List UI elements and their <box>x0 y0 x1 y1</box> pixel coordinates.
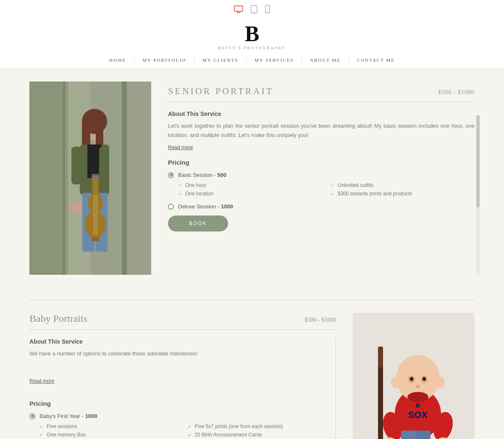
nav-home[interactable]: HOME <box>102 58 134 63</box>
baby-title-row: Baby Portraits $500 - $1000 <box>29 313 336 330</box>
baby-feature-five-sessions: ✓ Five sessions <box>39 423 179 429</box>
svg-rect-51 <box>401 431 416 439</box>
desktop-icon[interactable] <box>234 5 243 15</box>
logo-area: B BETSY'S PHOTOGRAPHY <box>0 19 504 52</box>
check-icon-2: ✓ <box>331 183 334 188</box>
baby-portrait-image: SOX B <box>353 313 475 439</box>
nav-clients[interactable]: MY CLIENTS <box>195 58 246 63</box>
senior-portrait-image <box>29 81 151 275</box>
main-content: SENIOR PORTRAIT $500 - $1000 About This … <box>21 69 483 439</box>
svg-point-4 <box>254 12 255 13</box>
svg-point-43 <box>415 385 420 388</box>
svg-rect-11 <box>122 81 127 275</box>
nav-portfolio[interactable]: MY PORTFOLIO <box>135 58 194 63</box>
deluxe-session-option[interactable]: Deluxe Session - 1000 <box>168 203 475 210</box>
baby-about-text: We have a number of options to celebrate… <box>29 349 327 358</box>
tablet-icon[interactable] <box>251 5 257 16</box>
logo-letter: B <box>245 23 260 45</box>
svg-rect-8 <box>29 81 63 275</box>
logo-subtitle: BETSY'S PHOTOGRAPHY <box>218 46 286 50</box>
basic-radio[interactable] <box>168 172 174 178</box>
check-icon-b1: ✓ <box>39 424 43 429</box>
svg-point-41 <box>391 376 401 388</box>
scrollbar-thumb[interactable] <box>476 115 480 208</box>
nav-contact[interactable]: CONTACT ME <box>349 58 402 63</box>
check-icon-1: ✓ <box>178 183 182 188</box>
section-divider <box>29 300 475 300</box>
baby-feature-prints: ✓ Five 5x7 prints (one from each session… <box>188 423 328 429</box>
senior-title-row: SENIOR PORTRAIT $500 - $1000 <box>168 86 475 102</box>
senior-price: $500 - $1000 <box>438 89 475 96</box>
feature-unlimited-outfits: ✓ Unlimited outfits <box>331 182 475 188</box>
check-icon-b4: ✓ <box>188 432 192 438</box>
svg-rect-0 <box>234 6 243 11</box>
senior-about-text: Let's work together to plan the senior p… <box>168 121 475 140</box>
nav-services[interactable]: MY SERVICES <box>247 58 301 63</box>
baby-features-grid: ✓ Five sessions ✓ Five 5x7 prints (one f… <box>39 423 327 438</box>
svg-text:B: B <box>416 402 420 409</box>
feature-one-location: ✓ One location <box>178 191 322 197</box>
svg-point-40 <box>423 377 426 381</box>
deluxe-session-label: Deluxe Session - 1000 <box>178 203 233 210</box>
basic-session-label: Basic Session - 500 <box>178 172 226 178</box>
svg-rect-52 <box>416 431 430 439</box>
senior-portrait-details: SENIOR PORTRAIT $500 - $1000 About This … <box>168 81 475 231</box>
svg-rect-26 <box>92 174 99 179</box>
nav-about[interactable]: ABOUT ME <box>302 58 348 63</box>
scrollbar-track <box>476 115 480 275</box>
senior-read-more[interactable]: Read more <box>168 145 193 150</box>
svg-rect-34 <box>378 347 383 368</box>
first-year-label: Baby's First Year - 1000 <box>39 413 97 419</box>
baby-read-more[interactable]: Read more <box>29 378 54 384</box>
features-grid: ✓ One hour ✓ Unlimited outfits ✓ One loc… <box>178 182 475 197</box>
nav-bar: HOME | MY PORTFOLIO | MY CLIENTS | MY SE… <box>0 52 504 69</box>
svg-rect-20 <box>99 147 108 184</box>
baby-feature-memory-box: ✓ One memory Box <box>39 432 179 438</box>
check-icon-3: ✓ <box>178 191 182 197</box>
svg-point-44 <box>407 392 428 402</box>
feature-prints: ✓ $300 towards prints and products <box>331 191 475 197</box>
baby-pricing-heading: Pricing <box>29 400 327 407</box>
svg-point-6 <box>267 12 268 13</box>
svg-rect-19 <box>71 147 81 184</box>
baby-title: Baby Portraits <box>29 313 87 324</box>
deluxe-radio[interactable] <box>168 204 174 210</box>
svg-text:SOX: SOX <box>408 410 428 420</box>
device-bar <box>0 0 504 19</box>
svg-point-39 <box>410 377 413 381</box>
svg-point-24 <box>85 211 106 238</box>
book-button[interactable]: BOOK <box>168 216 228 231</box>
svg-point-25 <box>88 194 103 213</box>
check-icon-4: ✓ <box>331 191 334 197</box>
baby-about-heading: About This Service <box>29 338 327 345</box>
senior-portrait-details-wrapper: SENIOR PORTRAIT $500 - $1000 About This … <box>168 81 475 275</box>
senior-title: SENIOR PORTRAIT <box>168 86 273 97</box>
senior-pricing-heading: Pricing <box>168 159 475 166</box>
senior-portrait-section: SENIOR PORTRAIT $500 - $1000 About This … <box>29 81 475 275</box>
basic-session-option[interactable]: Basic Session - 500 <box>168 172 475 178</box>
senior-about-heading: About This Service <box>168 110 475 117</box>
check-icon-b2: ✓ <box>188 424 192 429</box>
senior-img-placeholder <box>29 81 151 275</box>
check-icon-b3: ✓ <box>39 432 43 438</box>
baby-feature-announcements: ✓ 25 Birth Announcement Cards <box>188 432 328 438</box>
feature-one-hour: ✓ One hour <box>178 182 322 188</box>
baby-price: $500 - $1000 <box>304 317 336 323</box>
svg-point-42 <box>435 376 445 388</box>
baby-portraits-section: Baby Portraits $500 - $1000 About This S… <box>29 313 475 439</box>
first-year-option[interactable]: Baby's First Year - 1000 <box>29 413 327 419</box>
baby-left: Baby Portraits $500 - $1000 About This S… <box>29 313 336 439</box>
svg-point-31 <box>69 202 82 213</box>
first-year-radio[interactable] <box>29 413 35 419</box>
mobile-icon[interactable] <box>265 5 270 16</box>
baby-content-inner: About This Service We have a number of o… <box>29 338 336 439</box>
